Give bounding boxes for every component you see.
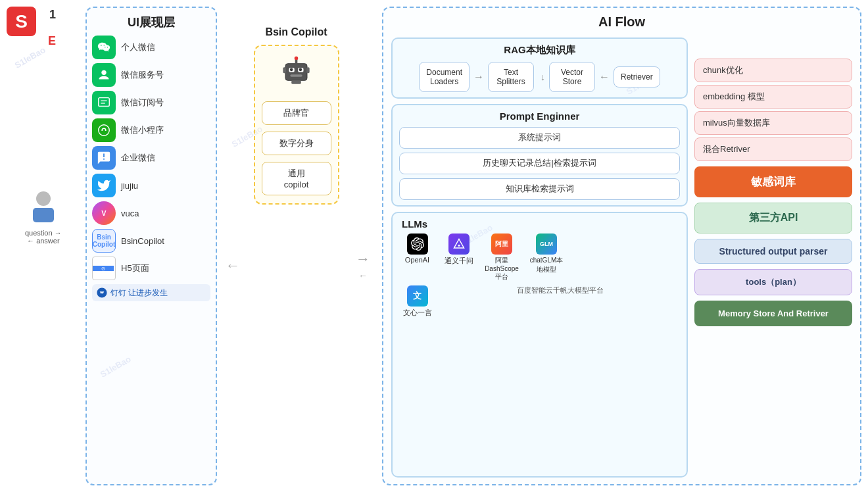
sensitive-words: 敏感词库 — [694, 166, 852, 197]
enterprise-wechat-icon — [92, 146, 116, 170]
llm-dashscope: 阿里 阿里DashScope平台 — [482, 234, 521, 282]
svg-point-0 — [36, 191, 51, 206]
prompt-item-system: 系统提示词 — [399, 127, 680, 149]
rag-arrow-down: ↓ — [541, 72, 545, 82]
svg-point-13 — [299, 68, 302, 72]
svg-rect-3 — [99, 98, 110, 107]
llm-providers: OpenAI 通义千问 阿里 阿里DashScope平台 — [399, 234, 680, 282]
ai-flow-content: RAG本地知识库 DocumentLoaders → TextSplitters… — [391, 37, 852, 478]
h5-icon: G — [92, 257, 116, 280]
rag-doc-loaders: DocumentLoaders — [419, 62, 470, 92]
embedding-model: embedding 模型 — [694, 85, 852, 109]
dingtalk-bar: 钉钉 让进步发生 — [92, 284, 210, 301]
main-container: UI展现层 个人微信 微信服务号 微信订阅号 微信 — [85, 7, 861, 485]
list-item: 微信小程序 — [92, 118, 210, 142]
logo-area: S 1 E — [7, 7, 79, 59]
list-item: 微信订阅号 — [92, 91, 210, 114]
wechat-subscription-label: 微信订阅号 — [121, 97, 164, 109]
dashscope-logo: 阿里 — [491, 234, 512, 255]
llm-tongyi: 通义千问 — [441, 234, 477, 266]
wenxin-label: 文心一言 — [403, 308, 432, 318]
copilot-title: Bsin Copilot — [265, 26, 327, 38]
dingtalk-label: 钉钉 让进步发生 — [110, 287, 168, 299]
copilot-general-btn[interactable]: 通用copilot — [262, 162, 331, 195]
jiujiu-label: jiujiu — [121, 181, 138, 191]
llm-row2: 文 文心一言 百度智能云千帆大模型平台 — [399, 285, 680, 318]
enterprise-wechat-label: 企业微信 — [121, 152, 155, 164]
list-item: 个人微信 — [92, 36, 210, 59]
answer-label: ← answer — [27, 237, 60, 245]
llm-chatglm: GLM chatGLM本地模型 — [527, 234, 566, 274]
llm-title: LLMs — [399, 218, 680, 230]
list-item: jiujiu — [92, 174, 210, 197]
logo-1-number: 1 — [49, 8, 56, 22]
vuca-label: vuca — [121, 209, 139, 218]
structured-output-parser: Structured output parser — [694, 239, 852, 264]
svg-point-21 — [458, 245, 460, 247]
milvus-db: milvus向量数据库 — [694, 111, 852, 135]
wechat-personal-label: 个人微信 — [121, 41, 155, 53]
prompt-item-history: 历史聊天记录总结|检索提示词 — [399, 153, 680, 174]
svg-point-8 — [105, 130, 107, 131]
wechat-subscription-icon — [92, 91, 116, 114]
dingtalk-icon — [96, 287, 108, 299]
list-item: BsinCopilot BsinCopilot — [92, 229, 210, 253]
arrow-ui-to-copilot: ← — [226, 46, 239, 485]
prompt-title: Prompt Enginner — [399, 111, 680, 122]
svg-point-2 — [101, 70, 106, 75]
wechat-service-label: 微信服务号 — [121, 69, 164, 81]
wechat-service-icon — [92, 63, 116, 87]
svg-point-7 — [101, 130, 103, 131]
rag-section: RAG本地知识库 DocumentLoaders → TextSplitters… — [391, 37, 688, 99]
copilot-digital-btn[interactable]: 数字分身 — [262, 132, 331, 155]
miniprogram-label: 微信小程序 — [121, 124, 164, 136]
llm-wenxin: 文 文心一言 — [399, 285, 435, 318]
ai-main-column: RAG本地知识库 DocumentLoaders → TextSplitters… — [391, 37, 688, 478]
bsincopilot-icon: BsinCopilot — [92, 229, 116, 253]
rag-flow: DocumentLoaders → TextSplitters ↓ Vector… — [399, 62, 680, 92]
svg-rect-9 — [285, 64, 307, 81]
user-person: question → ← answer — [25, 189, 62, 245]
miniprogram-icon — [92, 118, 116, 142]
svg-rect-19 — [306, 67, 310, 73]
baidu-label: 百度智能云千帆大模型平台 — [517, 285, 604, 295]
ai-flow-title: AI Flow — [391, 14, 852, 30]
chatglm-label: chatGLM本地模型 — [527, 256, 566, 274]
rag-arrow-1: → — [473, 71, 484, 83]
copilot-box: 品牌官 数字分身 通用copilot — [254, 45, 339, 205]
openai-label: OpenAI — [405, 256, 429, 264]
vuca-icon: V — [92, 201, 116, 225]
svg-rect-18 — [283, 67, 286, 73]
hybrid-retriever: 混合Retriver — [694, 137, 852, 161]
h5-label: H5页面 — [121, 262, 149, 274]
wenxin-logo: 文 — [407, 285, 428, 307]
svg-rect-1 — [33, 208, 54, 222]
chunk-optimization: chunk优化 — [694, 59, 852, 82]
svg-point-12 — [290, 68, 293, 72]
tongyi-label: 通义千问 — [445, 256, 473, 266]
svg-marker-20 — [454, 239, 464, 249]
copilot-brand-btn[interactable]: 品牌官 — [262, 101, 331, 125]
baidu-label-area: 百度智能云千帆大模型平台 — [441, 285, 680, 295]
question-label: question → — [25, 229, 62, 237]
robot-icon — [278, 54, 314, 95]
list-item: G H5页面 — [92, 257, 210, 280]
rag-text-splitters: TextSplitters — [488, 62, 534, 92]
rag-side-items: chunk优化 embedding 模型 milvus向量数据库 混合Retri… — [694, 59, 852, 161]
logo-s-letter: S — [7, 7, 36, 36]
rag-vector-store: VectorStore — [549, 62, 595, 92]
person-icon — [28, 189, 59, 226]
jiujiu-icon — [92, 174, 116, 197]
llm-section: LLMs OpenAI — [391, 212, 688, 478]
svg-point-16 — [295, 57, 299, 61]
rag-title: RAG本地知识库 — [399, 44, 680, 57]
rag-arrow-2: ← — [599, 71, 610, 83]
third-party-api: 第三方API — [694, 203, 852, 234]
llm-openai: OpenAI — [399, 234, 435, 264]
prompt-item-kb: 知识库检索提示词 — [399, 178, 680, 200]
prompt-section: Prompt Enginner 系统提示词 历史聊天记录总结|检索提示词 知识库… — [391, 104, 688, 207]
rag-bottom-row: VectorStore — [549, 62, 595, 92]
arrows-copilot-aiflow: → ← — [353, 46, 373, 485]
ai-side-column: chunk优化 embedding 模型 milvus向量数据库 混合Retri… — [694, 37, 852, 478]
dashscope-label: 阿里DashScope平台 — [482, 256, 521, 282]
